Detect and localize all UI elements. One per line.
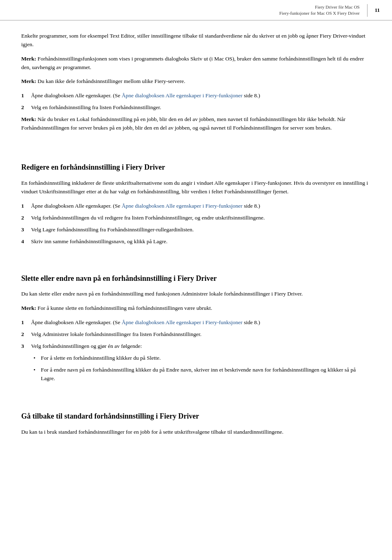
slette-step-1-num: 1 <box>21 318 31 327</box>
slette-step-1-after: side 8.) <box>243 319 260 325</box>
section-slette-intro: Du kan slette eller endre navn på en for… <box>21 290 371 298</box>
redigere-step-2-num: 2 <box>21 214 31 222</box>
slette-merk-text: For å kunne slette en forhåndsinnstillin… <box>36 305 212 311</box>
bullet-list: • For å slette en forhåndsinnstilling kl… <box>33 354 371 383</box>
merk-text-2: Du kan ikke dele forhåndsinnstillinger m… <box>36 78 185 84</box>
bullet-text-2: For å endre navn på en forhåndsinnstilli… <box>41 366 371 383</box>
header-line2: Fiery-funksjoner for Mac OS X Fiery Driv… <box>279 10 360 16</box>
section-redigere-heading: Redigere en forhåndsinnstilling i Fiery … <box>21 162 371 173</box>
merk-block-2: Merk: Du kan ikke dele forhåndsinnstilli… <box>21 77 371 86</box>
section-gatilbake-heading: Gå tilbake til standard forhåndsinnstill… <box>21 411 371 422</box>
redigere-step-1-after: side 8.) <box>243 203 260 209</box>
merk-block-1: Merk: Forhåndsinnstillingsfunksjonen som… <box>21 55 371 72</box>
step-2-num: 2 <box>21 103 31 112</box>
page-header: Fiery Driver för Mac OS Fiery-funksjoner… <box>0 0 392 20</box>
redigere-step-1-link[interactable]: Åpne dialogboksen Alle egenskaper i Fier… <box>122 203 243 209</box>
redigere-step-4-num: 4 <box>21 237 31 246</box>
slette-step-1-text: Åpne dialogboksen Alle egenskaper. (Se Å… <box>31 318 371 327</box>
slette-merk-label: Merk: <box>21 305 36 311</box>
main-content: Enkelte programmer, som for eksempel Tex… <box>0 20 392 459</box>
slette-step-1-before: Åpne dialogboksen Alle egenskaper. (Se <box>31 319 122 325</box>
redigere-step-4-text: Skriv inn samme forhåndsinnstillingsnavn… <box>31 237 371 246</box>
section-redigere-intro: En forhåndsinnstilling inkluderer de fle… <box>21 179 371 196</box>
redigere-step-1-text: Åpne dialogboksen Alle egenskaper. (Se Å… <box>31 202 371 211</box>
step-1-link[interactable]: Åpne dialogboksen Alle egenskaper i Fier… <box>122 92 243 99</box>
section-slette-heading: Slette eller endre navn på en forhåndsin… <box>21 273 371 284</box>
section-gatilbake-intro: Du kan ta i bruk standard forhåndsinnsti… <box>21 428 371 437</box>
merk-label-1: Merk: <box>21 56 36 62</box>
bullet-dot-1: • <box>33 354 41 363</box>
merk-label-2: Merk: <box>21 78 36 84</box>
slette-step-2-text: Velg Administrer lokale forhåndsinnstill… <box>31 330 371 339</box>
step-1-num: 1 <box>21 92 31 100</box>
step-1-text-before: Åpne dialogboksen Alle egenskaper. (Se <box>31 92 122 99</box>
step-1-text: Åpne dialogboksen Alle egenskaper. (Se Å… <box>31 92 371 100</box>
redigere-step-1-before: Åpne dialogboksen Alle egenskaper. (Se <box>31 203 122 209</box>
slette-step-1-link[interactable]: Åpne dialogboksen Alle egenskaper i Fier… <box>122 319 243 325</box>
redigere-step-3-text: Velg Lagre forhåndsinnstilling fra Forhå… <box>31 226 371 234</box>
redigere-step-1: 1 Åpne dialogboksen Alle egenskaper. (Se… <box>21 202 371 211</box>
step-1: 1 Åpne dialogboksen Alle egenskaper. (Se… <box>21 92 371 100</box>
redigere-step-2-text: Velg forhåndsinnstillingen du vil redige… <box>31 214 371 222</box>
redigere-step-3: 3 Velg Lagre forhåndsinnstilling fra For… <box>21 226 371 234</box>
merk-text-3: Når du bruker en Lokal forhåndsinnstilli… <box>21 116 345 131</box>
step-2-text: Velg en forhåndsinnstilling fra listen F… <box>31 103 371 112</box>
header-text: Fiery Driver för Mac OS Fiery-funksjoner… <box>279 4 360 17</box>
page: Fiery Driver för Mac OS Fiery-funksjoner… <box>0 0 392 560</box>
merk-block-3: Merk: Når du bruker en Lokal forhåndsinn… <box>21 115 371 132</box>
slette-step-3: 3 Velg forhåndsinnstillingen og gjør én … <box>21 342 371 351</box>
header-line1: Fiery Driver för Mac OS <box>279 4 360 10</box>
redigere-step-2: 2 Velg forhåndsinnstillingen du vil redi… <box>21 214 371 222</box>
merk-label-3: Merk: <box>21 116 36 122</box>
bullet-item-2: • For å endre navn på en forhåndsinnstil… <box>33 366 371 383</box>
bullet-item-1: • For å slette en forhåndsinnstilling kl… <box>33 354 371 363</box>
redigere-step-4: 4 Skriv inn samme forhåndsinnstillingsna… <box>21 237 371 246</box>
redigere-step-3-num: 3 <box>21 226 31 234</box>
bullet-dot-2: • <box>33 366 41 383</box>
step-2: 2 Velg en forhåndsinnstilling fra listen… <box>21 103 371 112</box>
merk-text-1: Forhåndsinnstillingsfunksjonen som vises… <box>21 56 364 70</box>
bullet-text-1: For å slette en forhåndsinnstilling klik… <box>41 354 161 363</box>
step-1-text-after: side 8.) <box>243 92 260 99</box>
redigere-step-1-num: 1 <box>21 202 31 211</box>
slette-step-2: 2 Velg Administrer lokale forhåndsinnsti… <box>21 330 371 339</box>
slette-step-3-text: Velg forhåndsinnstillingen og gjør én av… <box>31 342 371 351</box>
slette-step-1: 1 Åpne dialogboksen Alle egenskaper. (Se… <box>21 318 371 327</box>
slette-step-2-num: 2 <box>21 330 31 339</box>
slette-step-3-num: 3 <box>21 342 31 351</box>
slette-merk-block: Merk: For å kunne slette en forhåndsinns… <box>21 304 371 313</box>
page-number: 11 <box>367 4 380 17</box>
intro-paragraph: Enkelte programmer, som for eksempel Tex… <box>21 32 371 49</box>
